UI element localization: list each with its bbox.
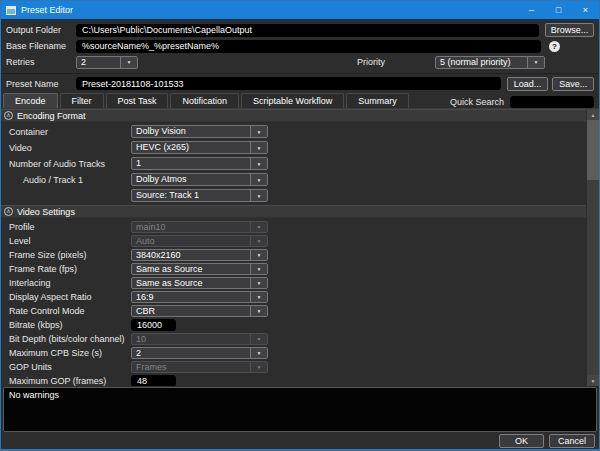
audio-track1-format-row: Audio / Track 1 Dolby Atmos ▼ [1,173,586,186]
base-filename-row: Base Filename ? [6,39,594,53]
scrollbar-thumb[interactable] [587,120,599,180]
rate-control-mode-dropdown[interactable]: CBR ▼ [131,305,268,317]
bit-depth-label: Bit Depth (bits/color channel) [1,334,131,344]
level-row: Level Auto ▼ [1,235,586,247]
profile-dropdown: main10 ▼ [131,221,268,233]
load-button[interactable]: Load... [507,77,549,91]
max-gop-label: Maximum GOP (frames) [1,376,131,386]
chevron-down-icon: ▼ [250,250,267,260]
scroll-down-icon[interactable]: ▼ [587,375,599,386]
minimize-button[interactable]: – [518,1,545,19]
frame-rate-dropdown[interactable]: Same as Source ▼ [131,263,268,275]
level-label: Level [1,236,131,246]
help-icon[interactable]: ? [549,41,560,52]
collapse-icon: ∧ [4,207,13,216]
dropdown-value: CBR [132,306,250,316]
video-codec-dropdown[interactable]: HEVC (x265) ▼ [131,141,268,154]
frame-size-dropdown[interactable]: 3840x2160 ▼ [131,249,268,261]
preset-name-input[interactable] [76,77,501,90]
browse-button[interactable]: Browse... [545,23,594,37]
ok-button[interactable]: OK [499,434,544,448]
maximize-button[interactable]: □ [545,1,572,19]
dropdown-value: 10 [132,334,250,344]
bitrate-label: Bitrate (kbps) [1,320,131,330]
dropdown-value: Auto [132,236,250,246]
cancel-button[interactable]: Cancel [549,434,595,448]
container-dropdown[interactable]: Dolby Vision ▼ [131,125,268,138]
tab-encode[interactable]: Encode [3,93,58,108]
chevron-down-icon: ▼ [250,142,267,153]
output-folder-input[interactable] [76,24,539,37]
base-filename-label: Base Filename [6,41,76,51]
priority-dropdown[interactable]: 5 (normal priority) ▼ [435,56,545,69]
collapse-icon: ∧ [4,111,13,120]
output-folder-label: Output Folder [6,25,76,35]
chevron-down-icon: ▼ [527,57,544,68]
quick-search-label: Quick Search [450,97,504,107]
max-gop-row: Maximum GOP (frames) [1,375,586,386]
bit-depth-dropdown: 10 ▼ [131,333,268,345]
chevron-down-icon: ▼ [250,348,267,358]
tab-bar: Encode Filter Post Task Notification Scr… [1,93,599,108]
section-title: Encoding Format [17,111,86,121]
interlacing-label: Interlacing [1,278,131,288]
display-aspect-ratio-dropdown[interactable]: 16:9 ▼ [131,291,268,303]
quick-search: Quick Search [450,96,599,108]
quick-search-input[interactable] [510,96,594,108]
audio-track1-format-dropdown[interactable]: Dolby Atmos ▼ [131,173,268,186]
chevron-down-icon: ▼ [250,222,267,232]
window-title: Preset Editor [21,5,73,15]
interlacing-dropdown[interactable]: Same as Source ▼ [131,277,268,289]
scroll-up-icon[interactable]: ▲ [587,109,599,120]
priority-value: 5 (normal priority) [436,57,527,68]
dropdown-value: Same as Source [132,264,250,274]
dropdown-value: Dolby Vision [132,126,250,137]
frame-rate-row: Frame Rate (fps) Same as Source ▼ [1,263,586,275]
base-filename-input[interactable] [76,40,541,53]
dropdown-value: HEVC (x265) [132,142,250,153]
tab-summary[interactable]: Summary [346,93,409,108]
section-header-video-settings[interactable]: ∧ Video Settings [1,205,586,218]
tab-scriptable-workflow[interactable]: Scriptable Workflow [241,93,344,108]
save-button[interactable]: Save... [552,77,594,91]
rate-control-mode-row: Rate Control Mode CBR ▼ [1,305,586,317]
max-gop-input[interactable] [131,375,176,386]
window-controls: – □ × [518,1,599,19]
bitrate-row: Bitrate (kbps) [1,319,586,331]
tab-notification[interactable]: Notification [170,93,239,108]
audio-track1-source-dropdown[interactable]: Source: Track 1 ▼ [131,189,268,202]
dropdown-value: 16:9 [132,292,250,302]
preset-name-row: Preset Name Load... Save... [6,76,594,91]
tab-filter[interactable]: Filter [60,93,104,108]
video-label: Video [1,143,131,153]
dropdown-value: Frames [132,362,250,372]
rate-control-mode-label: Rate Control Mode [1,306,131,316]
audio-tracks-count-row: Number of Audio Tracks 1 ▼ [1,157,586,170]
vertical-scrollbar[interactable]: ▲ ▼ [587,109,599,386]
dropdown-value: Same as Source [132,278,250,288]
preset-name-label: Preset Name [6,79,76,89]
display-aspect-ratio-row: Display Aspect Ratio 16:9 ▼ [1,291,586,303]
gop-units-row: GOP Units Frames ▼ [1,361,586,373]
audio-tracks-count-dropdown[interactable]: 1 ▼ [131,157,268,170]
preset-editor-window: Preset Editor – □ × Output Folder Browse… [0,0,600,451]
profile-label: Profile [1,222,131,232]
section-header-encoding-format[interactable]: ∧ Encoding Format [1,109,586,122]
display-aspect-ratio-label: Display Aspect Ratio [1,292,131,302]
chevron-down-icon: ▼ [250,264,267,274]
retries-dropdown[interactable]: 2 ▼ [76,56,138,69]
profile-row: Profile main10 ▼ [1,221,586,233]
title-bar: Preset Editor – □ × [1,1,599,19]
close-button[interactable]: × [572,1,599,19]
chevron-down-icon: ▼ [120,57,137,68]
bitrate-input[interactable] [131,319,176,331]
settings-scroll-area: ∧ Encoding Format Container Dolby Vision… [1,108,599,386]
level-dropdown: Auto ▼ [131,235,268,247]
audio-track1-label: Audio / Track 1 [1,175,131,185]
retries-label: Retries [6,57,76,67]
section-title: Video Settings [17,207,75,217]
max-cpb-size-dropdown[interactable]: 2 ▼ [131,347,268,359]
dropdown-value: Dolby Atmos [132,174,250,185]
tab-post-task[interactable]: Post Task [106,93,169,108]
dropdown-value: 2 [132,348,250,358]
